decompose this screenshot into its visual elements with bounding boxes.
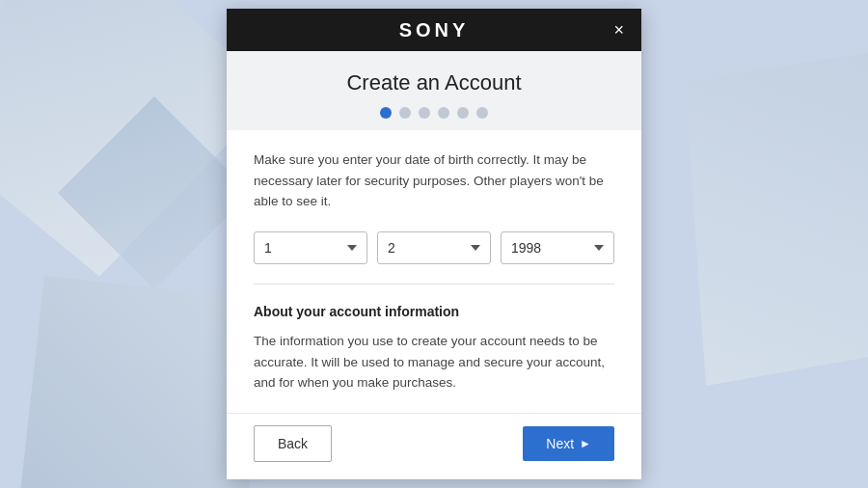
step-dots bbox=[242, 107, 626, 119]
account-info-section: About your account information The infor… bbox=[254, 304, 614, 393]
modal-header: SONY × bbox=[227, 9, 641, 51]
step-dot-6 bbox=[476, 107, 488, 119]
next-button[interactable]: Next ► bbox=[523, 426, 614, 461]
modal-body: Make sure you enter your date of birth c… bbox=[227, 130, 641, 413]
modal-title-section: Create an Account bbox=[227, 51, 641, 130]
dob-info-text: Make sure you enter your date of birth c… bbox=[254, 149, 614, 212]
bg-shape-right bbox=[685, 48, 868, 386]
account-info-title: About your account information bbox=[254, 304, 614, 319]
dob-selects: 1 2 3 4 5 6 7 8 9 10 11 12 13 14 15 16 1… bbox=[254, 231, 614, 264]
modal-title: Create an Account bbox=[242, 70, 626, 95]
next-arrow-icon: ► bbox=[580, 437, 591, 450]
step-dot-3 bbox=[419, 107, 430, 119]
modal-dialog: SONY × Create an Account Make sure you e… bbox=[227, 9, 641, 479]
step-dot-4 bbox=[438, 107, 449, 119]
step-dot-5 bbox=[457, 107, 469, 119]
dob-year-select[interactable]: 1995 1996 1997 1998 1999 2000 bbox=[501, 231, 614, 264]
account-info-text: The information you use to create your a… bbox=[254, 331, 614, 393]
sony-logo: SONY bbox=[399, 19, 470, 41]
back-button[interactable]: Back bbox=[254, 425, 332, 462]
close-button[interactable]: × bbox=[610, 19, 628, 41]
step-dot-2 bbox=[399, 107, 411, 119]
modal-footer: Back Next ► bbox=[227, 413, 641, 479]
dob-month-select[interactable]: 1 2 3 4 5 6 7 8 9 10 11 12 bbox=[377, 231, 491, 264]
step-dot-1 bbox=[380, 107, 392, 119]
dob-day-select[interactable]: 1 2 3 4 5 6 7 8 9 10 11 12 13 14 15 16 1… bbox=[254, 231, 367, 264]
next-label: Next bbox=[546, 436, 574, 451]
separator-line bbox=[254, 284, 614, 285]
